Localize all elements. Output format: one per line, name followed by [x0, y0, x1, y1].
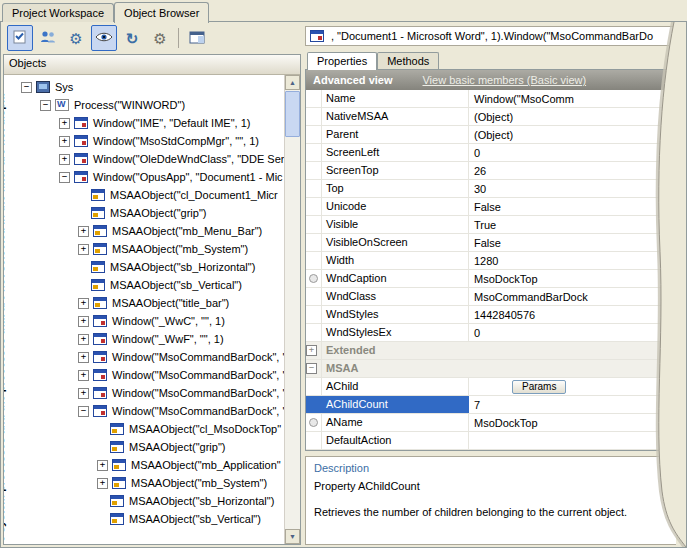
tree-item[interactable]: MSAAObject("sb_Vertical") — [19, 510, 285, 528]
tree-item[interactable]: MSAAObject("grip") — [19, 204, 285, 222]
tree-item[interactable]: +Window("MsoCommandBarDock", " — [19, 348, 285, 366]
tree-item[interactable]: +Window("IME", "Default IME", 1) — [19, 114, 285, 132]
property-value[interactable]: 0 — [469, 324, 675, 341]
collapse-box-icon[interactable]: − — [40, 100, 51, 111]
property-row[interactable]: WndStyles1442840576 — [306, 306, 675, 324]
tree-item[interactable]: −Process("WINWORD") — [19, 96, 285, 114]
section-row-extended[interactable]: +Extended — [306, 342, 675, 360]
property-row[interactable]: WndStylesEx0 — [306, 324, 675, 342]
expand-box-icon[interactable]: + — [78, 334, 89, 345]
expand-box-icon[interactable]: + — [78, 226, 89, 237]
collapse-box-icon[interactable]: − — [21, 82, 32, 93]
property-value[interactable]: 1442840576 — [469, 306, 675, 323]
tree-item[interactable]: +MSAAObject("mb_Menu_Bar") — [19, 222, 285, 240]
tree-item[interactable]: +Window("OleDdeWndClass", "DDE Ser — [19, 150, 285, 168]
section-row-msaa[interactable]: −MSAA — [306, 360, 675, 378]
property-value[interactable]: MsoCommandBarDock — [469, 288, 675, 305]
property-row[interactable]: DefaultAction — [306, 432, 675, 450]
property-value[interactable]: 26 — [469, 162, 675, 179]
collapse-box-icon[interactable]: − — [59, 172, 70, 183]
property-value[interactable] — [469, 432, 675, 449]
expand-box-icon[interactable]: + — [78, 244, 89, 255]
advanced-settings-button[interactable]: ⚙ — [147, 25, 173, 51]
property-value[interactable]: (Object) — [469, 126, 675, 143]
property-value[interactable]: MsoDockTop — [469, 270, 675, 287]
expand-box-icon[interactable]: + — [97, 460, 108, 471]
expand-box-icon[interactable]: + — [59, 154, 70, 165]
collapse-box-icon[interactable]: − — [78, 406, 89, 417]
scrollbar-thumb[interactable] — [285, 91, 300, 137]
property-value[interactable]: 0 — [469, 144, 675, 161]
expand-box-icon[interactable]: + — [78, 388, 89, 399]
filter-objects-button[interactable] — [7, 25, 33, 51]
tree-item[interactable]: +MSAAObject("mb_Application" — [19, 456, 285, 474]
collapse-section-icon[interactable]: − — [306, 363, 317, 374]
tree-item[interactable]: +MSAAObject("mb_System") — [19, 474, 285, 492]
refresh-button[interactable]: ↻ — [119, 25, 145, 51]
tree-item[interactable]: +MSAAObject("mb_System") — [19, 240, 285, 258]
tree-item[interactable]: −Window("OpusApp", "Document1 - Mic — [19, 168, 285, 186]
property-value[interactable]: Window("MsoComm — [469, 90, 675, 107]
tree-item[interactable]: +Window("MsoCommandBarDock", " — [19, 384, 285, 402]
property-row[interactable]: NativeMSAA(Object) — [306, 108, 675, 126]
expand-box-icon[interactable]: + — [59, 136, 70, 147]
tree-item[interactable]: MSAAObject("cl_Document1_Micr — [19, 186, 285, 204]
property-row[interactable]: WndClassMsoCommandBarDock — [306, 288, 675, 306]
tree-item[interactable]: −Sys — [19, 78, 285, 96]
expand-box-icon[interactable]: + — [78, 298, 89, 309]
tab-project-workspace[interactable]: Project Workspace — [2, 3, 114, 22]
tree-item[interactable]: +Window("_WwC", "", 1) — [19, 312, 285, 330]
tree-item[interactable]: MSAAObject("sb_Horizontal") — [19, 258, 285, 276]
tree-item[interactable]: MSAAObject("sb_Horizontal") — [19, 492, 285, 510]
tree-item[interactable]: MSAAObject("sb_Vertical") — [19, 276, 285, 294]
tree-item[interactable]: +Window("MsoCommandBarDock", " — [19, 366, 285, 384]
property-value[interactable]: Params — [469, 378, 675, 395]
property-row[interactable]: ScreenLeft0 — [306, 144, 675, 162]
property-value[interactable]: (Object) — [469, 108, 675, 125]
highlight-objects-button[interactable] — [35, 25, 61, 51]
property-value[interactable]: True — [469, 216, 675, 233]
tree-scrollbar[interactable]: ▲ ▼ — [284, 75, 300, 544]
expand-box-icon[interactable]: + — [78, 316, 89, 327]
tab-methods[interactable]: Methods — [377, 52, 439, 69]
property-row[interactable]: AChildParams — [306, 378, 675, 396]
property-value[interactable]: False — [469, 234, 675, 251]
tab-properties[interactable]: Properties — [307, 52, 377, 70]
property-row[interactable]: WndCaptionMsoDockTop — [306, 270, 675, 288]
property-value[interactable]: False — [469, 198, 675, 215]
scroll-up-button[interactable]: ▲ — [285, 75, 300, 90]
property-value[interactable]: 7 — [469, 396, 675, 413]
property-value[interactable]: 1280 — [469, 252, 675, 269]
tree-item[interactable]: −Window("MsoCommandBarDock", " — [19, 402, 285, 420]
property-row[interactable]: UnicodeFalse — [306, 198, 675, 216]
property-row[interactable]: VisibleTrue — [306, 216, 675, 234]
property-row[interactable]: VisibleOnScreenFalse — [306, 234, 675, 252]
property-row[interactable]: NameWindow("MsoComm — [306, 90, 675, 108]
property-row[interactable]: Width1280 — [306, 252, 675, 270]
property-value[interactable]: MsoDockTop — [469, 414, 675, 431]
toggle-properties-panel-button[interactable] — [184, 25, 210, 51]
expand-section-icon[interactable]: + — [306, 345, 317, 356]
scroll-down-button[interactable]: ▼ — [285, 529, 300, 544]
property-row[interactable]: ScreenTop26 — [306, 162, 675, 180]
expand-box-icon[interactable]: + — [59, 118, 70, 129]
tree-item[interactable]: +Window("_WwF", "", 1) — [19, 330, 285, 348]
watch-object-button[interactable] — [91, 25, 117, 51]
params-button[interactable]: Params — [512, 380, 566, 394]
object-path-field[interactable]: , "Document1 - Microsoft Word", 1).Windo… — [305, 26, 676, 46]
tree-item[interactable]: +Window("MsoStdCompMgr", "", 1) — [19, 132, 285, 150]
expand-box-icon[interactable]: + — [78, 352, 89, 363]
tab-object-browser[interactable]: Object Browser — [114, 2, 209, 23]
settings-button[interactable]: ⚙ — [63, 25, 89, 51]
expand-box-icon[interactable]: + — [97, 478, 108, 489]
property-value[interactable]: 30 — [469, 180, 675, 197]
tree-item[interactable]: +MSAAObject("title_bar") — [19, 294, 285, 312]
property-row[interactable]: ANameMsoDockTop — [306, 414, 675, 432]
expand-box-icon[interactable]: + — [78, 370, 89, 381]
basic-view-link[interactable]: View basic members (Basic view) — [422, 74, 586, 86]
tree-item[interactable]: MSAAObject("grip") — [19, 438, 285, 456]
property-row[interactable]: Top30 — [306, 180, 675, 198]
property-row[interactable]: AChildCount7 — [306, 396, 675, 414]
tree-item[interactable]: MSAAObject("cl_MsoDockTop" — [19, 420, 285, 438]
property-row[interactable]: Parent(Object) — [306, 126, 675, 144]
